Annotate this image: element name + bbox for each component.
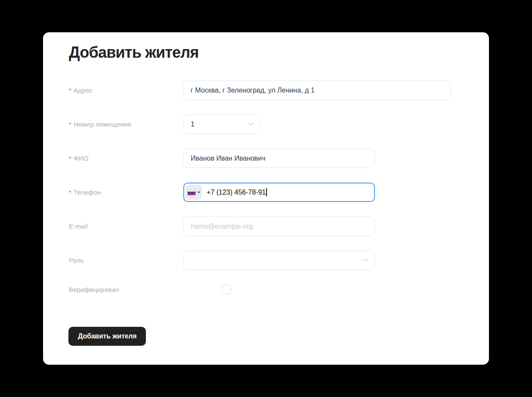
flag-dropdown-arrow-icon xyxy=(198,192,200,193)
required-asterisk: * xyxy=(69,155,71,162)
email-input[interactable] xyxy=(183,217,375,236)
add-resident-submit-button[interactable]: Добавить жителя xyxy=(68,327,146,346)
chevron-down-icon xyxy=(248,122,254,126)
phone-label: *Телефон xyxy=(69,189,183,196)
required-asterisk: * xyxy=(69,87,71,94)
role-select[interactable] xyxy=(183,251,375,270)
room-select-value: 1 xyxy=(191,121,195,128)
required-asterisk: * xyxy=(69,121,71,128)
verified-label: Верифицирован xyxy=(69,286,183,293)
russia-flag-icon xyxy=(187,189,196,195)
required-asterisk: * xyxy=(69,189,71,196)
address-input[interactable] xyxy=(183,81,451,100)
field-row-verified: Верифицирован xyxy=(69,285,451,294)
text-cursor xyxy=(266,188,267,196)
room-label: *Номер помещения xyxy=(69,121,183,128)
field-row-role: Роль xyxy=(69,251,451,270)
phone-input[interactable]: +7 (123) 456-78-91 xyxy=(183,183,375,202)
field-row-phone: *Телефон +7 (123) 456-78-91 xyxy=(69,183,451,202)
room-select[interactable]: 1 xyxy=(183,115,260,134)
page-title: Добавить жителя xyxy=(69,44,451,61)
field-row-room: *Номер помещения 1 xyxy=(69,115,451,134)
field-row-address: *Адрес xyxy=(69,81,451,100)
full-name-input[interactable] xyxy=(183,149,375,168)
verified-checkbox[interactable] xyxy=(222,285,231,294)
address-label: *Адрес xyxy=(69,87,183,94)
country-select-button[interactable] xyxy=(186,185,202,200)
email-label: E-mail xyxy=(69,223,183,230)
full-name-label: *ФИО xyxy=(69,155,183,162)
chevron-down-icon xyxy=(363,258,368,262)
phone-value: +7 (123) 456-78-91 xyxy=(207,189,266,196)
role-label: Роль xyxy=(69,257,183,264)
field-row-full-name: *ФИО xyxy=(69,149,451,168)
add-resident-card: Добавить жителя *Адрес *Номер помещения … xyxy=(43,32,489,365)
field-row-email: E-mail xyxy=(69,217,451,236)
add-resident-form: *Адрес *Номер помещения 1 *ФИО xyxy=(69,81,451,294)
